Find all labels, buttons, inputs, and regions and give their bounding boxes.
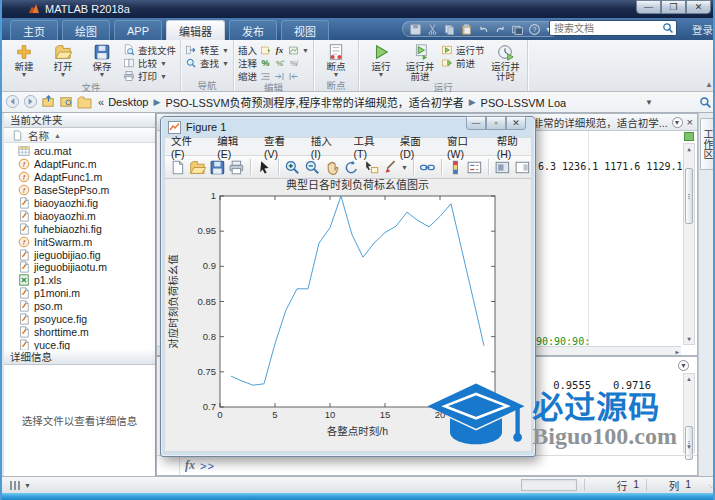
file-row-InitSwarm.m[interactable]: fInitSwarm.m [4,235,155,248]
ribbon-item-缩进[interactable]: 缩进 [238,70,309,82]
name-column-header[interactable]: 名称 ▲ [4,128,155,143]
file-row-shorttime.m[interactable]: shorttime.m [4,325,155,338]
editor-tab-close-icon[interactable]: × [687,117,693,128]
minimize-button[interactable]: — [636,0,661,14]
qat-paste-icon[interactable] [460,23,473,36]
address-search-icon[interactable] [699,96,712,109]
brush-dropdown-icon[interactable]: ▼ [401,164,408,171]
zoom-out-icon[interactable] [304,159,321,176]
search-icon[interactable] [662,22,674,34]
zoom-in-icon[interactable] [284,159,301,176]
file-row-p1.xls[interactable]: p1.xls [4,274,155,287]
pan-icon[interactable] [324,159,341,176]
figure-menu-文件(F)[interactable]: 文件(F) [171,133,204,160]
qat-undo-icon[interactable] [477,23,490,36]
login-link[interactable]: 登录 [692,22,713,37]
breadcrumb-item[interactable]: PSO-LSSVM Load Forecast负荷预测程序 [481,94,566,110]
file-row-psoyuce.fig[interactable]: psoyuce.fig [4,313,155,326]
comment-add-icon[interactable]: %̂ [274,58,285,69]
figure-title-bar[interactable]: Figure 1 — ▫ ✕ [164,117,532,137]
indent-left-icon[interactable] [288,71,299,82]
ribbon-button-运行并计时[interactable]: 运行并计时 [487,41,523,82]
file-row-yuce.fig[interactable]: yuce.fig [4,338,155,350]
figure-menu-窗口(W)[interactable]: 窗口(W) [447,133,484,160]
scroll-up-icon[interactable]: ▲ [684,374,694,384]
rotate3d-icon[interactable] [343,159,360,176]
figure-menu-帮助(H)[interactable]: 帮助(H) [497,133,531,160]
scroll-up-icon[interactable]: ▲ [684,144,694,154]
qat-redo-icon[interactable] [494,23,507,36]
figure-menu-编辑(E)[interactable]: 编辑(E) [217,133,251,160]
comment-pct-icon[interactable]: % [260,58,271,69]
editor-tab-title[interactable]: 序非常的详细规范，适合初学... [522,115,667,130]
save-icon[interactable] [209,159,226,176]
brush-icon[interactable] [383,159,400,176]
figure-maximize-button[interactable]: ▫ [486,116,506,130]
browse-folder-icon[interactable] [59,94,74,109]
close-button[interactable]: ✕ [686,0,711,14]
figure-menu-查看(V)[interactable]: 查看(V) [264,133,298,160]
print-icon[interactable] [228,159,245,176]
file-row-biaoyaozhi.m[interactable]: biaoyaozhi.m [4,209,155,222]
editor-tab-list-icon[interactable]: ▼ [672,117,683,128]
workspace-tab[interactable]: 工作区 [700,118,715,170]
statusbar-toggle-button[interactable]: ▼ [10,481,31,490]
qat-cut-icon[interactable] [426,23,439,36]
ribbon-button-打开[interactable]: 打开▼ [45,41,81,82]
breadcrumb-item[interactable]: Desktop [108,96,148,108]
back-icon[interactable] [5,94,20,109]
insert-img-icon[interactable] [288,45,299,56]
qat-switch-window-icon[interactable] [511,23,524,36]
fx-icon[interactable]: fx [274,45,285,56]
qat-help-icon[interactable]: ? [528,23,541,36]
scroll-down-icon[interactable]: ▼ [684,334,694,344]
ribbon-item-打印[interactable]: 打印▼ [123,70,176,82]
file-row-p1moni.m[interactable]: p1moni.m [4,287,155,300]
ribbon-item-比较[interactable]: 比较▼ [123,57,176,69]
command-vscrollbar[interactable]: ▲ ▼ [683,373,695,453]
indent-auto-icon[interactable] [260,71,271,82]
breadcrumb-collapsed-indicator[interactable]: « [98,96,104,108]
ribbon-item-查找[interactable]: 查找▼ [185,57,229,69]
link-plots-icon[interactable] [419,159,436,176]
qat-copy-icon[interactable] [443,23,456,36]
qat-save-icon[interactable] [409,23,422,36]
datacursor-icon[interactable] [363,159,380,176]
doc-search-box[interactable] [549,20,677,36]
comment-del-icon[interactable]: %̸ [288,58,299,69]
ribbon-item-运行节[interactable]: 运行节 [441,44,485,56]
ribbon-tab-编辑器[interactable]: 编辑器 [166,20,225,40]
ribbon-tab-发布[interactable]: 发布 [229,20,277,40]
new-doc-icon[interactable] [169,159,186,176]
legend-icon[interactable] [466,159,483,176]
ribbon-item-查找文件[interactable]: 查找文件 [123,44,176,56]
insert-doc-icon[interactable] [260,45,271,56]
scroll-down-icon[interactable]: ▼ [684,442,694,452]
ribbon-item-转至[interactable]: 转至▼ [185,44,229,56]
figure-minimize-button[interactable]: — [466,116,486,130]
ribbon-item-插入[interactable]: 插入fx▼ [238,44,309,56]
scrollbar-thumb[interactable] [685,168,693,224]
ribbon-button-运行[interactable]: 运行▼ [363,41,399,82]
ribbon-tab-视图[interactable]: 视图 [281,20,329,40]
hide-plottools-icon[interactable] [494,159,511,176]
cursor-icon[interactable] [256,159,273,176]
ribbon-button-新建[interactable]: 新建▼ [6,41,42,82]
open-folder-icon[interactable] [189,159,206,176]
file-row-pso.m[interactable]: pso.m [4,300,155,313]
colorbar-icon[interactable] [447,159,464,176]
code-analyzer-indicator[interactable] [684,132,694,141]
file-row-AdaptFunc.m[interactable]: fAdaptFunc.m [4,158,155,171]
ribbon-button-断点[interactable]: 断点▼ [318,41,354,80]
file-row-BaseStepPso.m[interactable]: fBaseStepPso.m [4,184,155,197]
breadcrumb-separator-icon[interactable]: ▶ [153,97,160,107]
ribbon-item-前进[interactable]: 前进 [441,57,485,69]
ribbon-collapse-icon[interactable]: ▲ [705,80,713,89]
resize-grip[interactable]: ⸪ [709,481,714,491]
doc-search-input[interactable] [550,23,662,34]
ribbon-tab-绘图[interactable]: 绘图 [62,20,110,40]
command-window-collapse-icon[interactable]: ▼ [678,360,689,371]
file-row-biaoyaozhi.fig[interactable]: biaoyaozhi.fig [4,197,155,210]
forward-icon[interactable] [23,94,38,109]
ribbon-tab-APP[interactable]: APP [114,20,162,40]
